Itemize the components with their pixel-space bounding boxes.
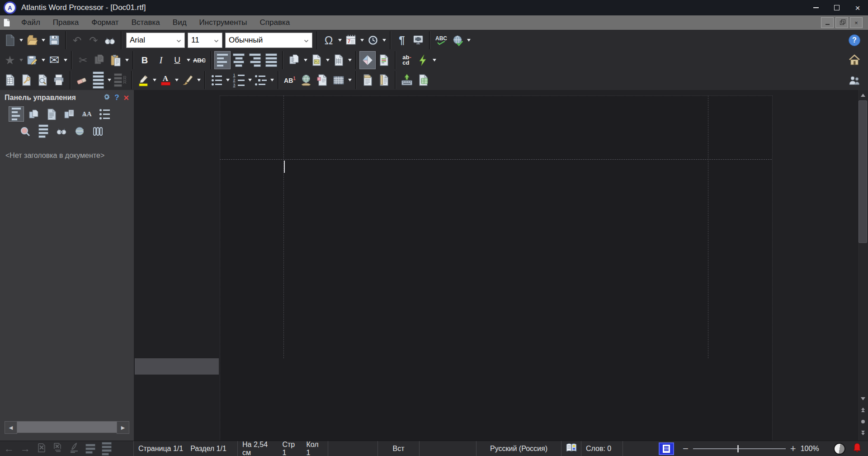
zoom-out-icon[interactable]: −: [683, 444, 689, 453]
strikethrough-button[interactable]: ABC: [192, 52, 207, 69]
panel-scroll-track[interactable]: [17, 421, 117, 433]
vertical-ruler-button[interactable]: [376, 71, 392, 89]
status-insert-mode[interactable]: Вст: [378, 441, 420, 456]
italic-button[interactable]: I: [153, 52, 169, 69]
zoom-in-icon[interactable]: +: [790, 444, 796, 453]
horizontal-scroll-thumb[interactable]: [135, 358, 219, 375]
document-image-dropdown[interactable]: [325, 52, 330, 69]
favorites-star-button[interactable]: ★: [2, 52, 18, 69]
document-area[interactable]: [135, 90, 858, 441]
view-layout-button[interactable]: [660, 443, 673, 454]
fonts-pane-button[interactable]: ѦA: [80, 107, 94, 121]
autocorrect-dropdown[interactable]: [431, 52, 437, 69]
formatting-marks-button[interactable]: ¶: [394, 32, 410, 49]
language-globe-dropdown[interactable]: [466, 32, 472, 49]
insert-table-dropdown[interactable]: [347, 71, 353, 89]
bullet-list-button[interactable]: [209, 71, 224, 89]
font-size-combo[interactable]: 11: [188, 33, 222, 48]
document-styles-button[interactable]: [376, 52, 392, 69]
zoom-slider-thumb[interactable]: [737, 445, 739, 452]
paste-button[interactable]: [108, 52, 123, 69]
contrast-icon[interactable]: [834, 443, 845, 455]
doc-minimize-button[interactable]: [821, 17, 834, 28]
font-color-button[interactable]: A: [158, 71, 173, 89]
minimize-button[interactable]: [806, 0, 826, 15]
nav-back-button[interactable]: ←: [2, 443, 16, 455]
block-1-button[interactable]: [83, 444, 98, 454]
pen-doc-button[interactable]: [67, 442, 81, 456]
gear-icon[interactable]: [103, 93, 110, 102]
format-brush-button[interactable]: [180, 71, 195, 89]
line-spacing-dropdown[interactable]: [106, 71, 112, 89]
save-as-button[interactable]: [24, 52, 40, 69]
hyperlink-globe-button[interactable]: [298, 71, 314, 89]
format-brush-dropdown[interactable]: [196, 71, 202, 89]
keyboard-input-button[interactable]: [399, 71, 415, 89]
undo-button[interactable]: ↶: [70, 32, 85, 49]
save-as-dropdown[interactable]: [40, 52, 46, 69]
document-columns-dropdown[interactable]: [347, 52, 353, 69]
document-text-pane-button[interactable]: [44, 107, 59, 121]
favorites-star-dropdown[interactable]: [18, 52, 24, 69]
menu-3[interactable]: Вставка: [125, 15, 166, 30]
email-button[interactable]: ✉: [47, 52, 62, 69]
scroll-right-icon[interactable]: ▶: [117, 421, 129, 434]
view-draft-button[interactable]: [627, 443, 641, 454]
open-document-dropdown[interactable]: [40, 32, 46, 49]
open-document-button[interactable]: [24, 32, 40, 49]
line-spacing-button[interactable]: [90, 71, 106, 89]
status-language[interactable]: Русский (Россия): [476, 441, 561, 456]
redo-button[interactable]: ↷: [86, 32, 101, 49]
headings-pane-button[interactable]: [9, 107, 24, 121]
navigate-diamond-button[interactable]: [360, 52, 375, 69]
vertical-scrollbar[interactable]: [857, 90, 868, 441]
align-center-button[interactable]: [231, 52, 246, 69]
community-button[interactable]: [847, 71, 862, 89]
symbol-omega-button[interactable]: Ω: [321, 32, 336, 49]
document-view-button[interactable]: [415, 71, 431, 89]
block-2-button[interactable]: [99, 442, 114, 456]
language-globe-button[interactable]: [450, 32, 465, 49]
panel-scroll-thumb[interactable]: [17, 422, 117, 432]
document-image-button[interactable]: [309, 52, 324, 69]
menu-1[interactable]: Правка: [47, 15, 85, 30]
highlighter-dropdown[interactable]: [151, 71, 157, 89]
scroll-up-button[interactable]: [858, 91, 868, 99]
web-pane-button[interactable]: [72, 124, 87, 138]
help-button[interactable]: ?: [847, 32, 862, 49]
select-browse-object-button[interactable]: [858, 416, 868, 427]
dictionary-button[interactable]: [561, 441, 581, 456]
insert-date-button[interactable]: 7: [343, 32, 359, 49]
document-tools-button[interactable]: [19, 71, 34, 89]
align-right-button[interactable]: [247, 52, 263, 69]
panel-close-icon[interactable]: ✕: [123, 94, 129, 102]
menu-0[interactable]: Файл: [15, 15, 47, 30]
cut-button[interactable]: ✂: [75, 52, 91, 69]
zoom-slider[interactable]: [693, 448, 786, 449]
copy-document-dropdown[interactable]: [302, 52, 308, 69]
paste-dropdown[interactable]: [124, 52, 130, 69]
status-position-section[interactable]: На 2,54 см Стр 1 Кол 1: [238, 441, 328, 456]
scroll-left-icon[interactable]: ◀: [5, 421, 17, 434]
underline-dropdown[interactable]: [185, 52, 191, 69]
status-word-count[interactable]: Слов: 0: [581, 441, 623, 456]
panel-help-icon[interactable]: ?: [114, 93, 119, 102]
outline-pane-button[interactable]: [97, 107, 112, 121]
header-footer-button[interactable]: [360, 71, 375, 89]
columns-pane-button[interactable]: [90, 124, 105, 138]
numbered-list-dropdown[interactable]: [247, 71, 253, 89]
print-button[interactable]: [51, 71, 66, 89]
insert-date-dropdown[interactable]: [359, 32, 365, 49]
nav-forward-button[interactable]: →: [18, 443, 33, 455]
scroll-down-button[interactable]: [858, 394, 868, 404]
documents-pane-button[interactable]: [27, 107, 41, 121]
paragraph-style-combo[interactable]: Обычный: [225, 33, 312, 48]
document-page[interactable]: [220, 95, 773, 441]
new-document-dropdown[interactable]: [18, 32, 24, 49]
numbered-list-button[interactable]: 123: [231, 71, 246, 89]
multilevel-list-dropdown[interactable]: [269, 71, 275, 89]
hyphenation-button[interactable]: ab-cd: [399, 52, 415, 69]
copy-button[interactable]: [92, 52, 107, 69]
underline-button[interactable]: U: [170, 52, 185, 69]
restore-button[interactable]: [826, 0, 847, 15]
